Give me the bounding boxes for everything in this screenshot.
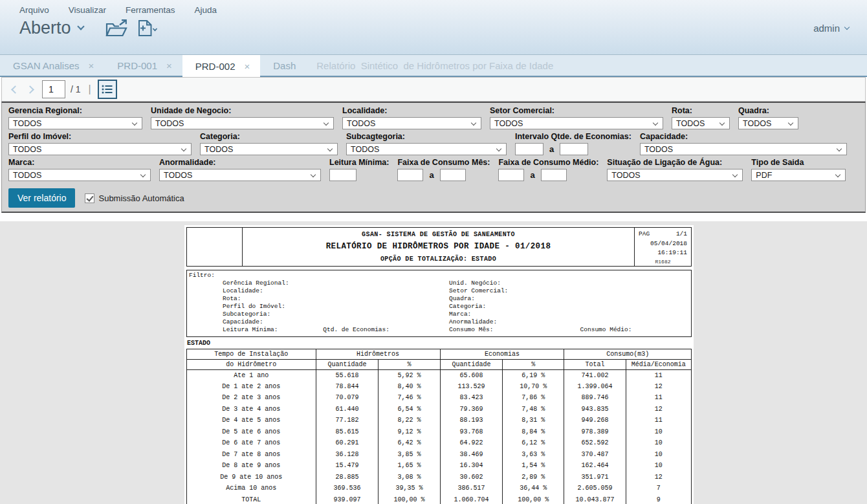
tab-close-icon[interactable]: × <box>89 61 94 71</box>
report-cell: 939.097 <box>316 494 379 504</box>
open-report-icon[interactable] <box>105 19 127 38</box>
report-filter-label: Quadra: <box>449 295 475 303</box>
report-table-row: TOTAL939.097100,00 %1.060.704100,00 %10.… <box>187 494 692 504</box>
tab-gsan-analises[interactable]: GSAN Analises× <box>0 55 104 76</box>
input-leitura-minima[interactable] <box>329 169 357 181</box>
report-cell: 30.602 <box>440 472 503 483</box>
report-cell: 5,92 % <box>379 369 440 381</box>
report-page: GSAN- SISTEMA DE GESTÃO DE SANEAMENTO RE… <box>184 225 694 504</box>
next-page-icon[interactable] <box>26 85 34 94</box>
report-cell: 11 <box>626 392 691 404</box>
report-cell: 85.615 <box>316 426 379 438</box>
open-menu-button[interactable]: Aberto <box>19 18 83 38</box>
select-localidade[interactable]: TODOS <box>342 117 481 129</box>
new-report-icon[interactable] <box>138 19 158 37</box>
report-code: R1682 <box>637 259 688 265</box>
menu-item-ajuda[interactable]: Ajuda <box>195 5 217 15</box>
report-cell: 36,44 % <box>503 483 564 494</box>
report-filter-label: Capacidade: <box>223 318 263 326</box>
previous-page-icon[interactable] <box>11 85 19 94</box>
report-cell: 12 <box>626 404 691 415</box>
user-menu[interactable]: admin <box>813 23 849 34</box>
field-label: Categoria: <box>200 132 338 141</box>
filter-field-marca: Marca:TODOS <box>8 158 151 181</box>
select-unidade-de-negocio[interactable]: TODOS <box>151 117 334 129</box>
report-filter-line: Capacidade:Anormalidade: <box>187 318 691 326</box>
filter-field-leitura-minima: Leitura Mínima: <box>329 158 389 181</box>
pager-separator: | <box>89 83 91 95</box>
select-categoria[interactable]: TODOS <box>200 143 338 155</box>
tab-close-icon[interactable]: × <box>166 61 172 71</box>
select-quadra[interactable]: TODOS <box>738 117 798 129</box>
report-time: 16:19:11 <box>637 249 688 256</box>
report-table-header-row: do HidrômetroQuantidade%Quantidade%Total… <box>187 359 692 369</box>
select-marca[interactable]: TODOS <box>8 169 151 181</box>
tab-prd-001[interactable]: PRD-001× <box>104 55 182 76</box>
select-subcagtegoria[interactable]: TODOS <box>346 143 507 155</box>
filter-field-intervalo-qtde-de-economias: Intervalo Qtde. de Economias:a <box>515 132 631 155</box>
report-list-button[interactable] <box>98 80 117 99</box>
report-cell: 8,31 % <box>503 415 564 426</box>
report-table-row: De 8 ate 9 anos15.4791,65 %16.3041,54 %1… <box>187 460 692 472</box>
report-filter-box: Filtro: Gerência Regional:Unid. Negócio:… <box>186 270 692 337</box>
input-faixa-de-consumo-mes-to[interactable] <box>440 169 466 181</box>
report-filter-line: Localidade:Setor Comercial: <box>187 287 691 295</box>
report-cell: 10 <box>626 449 691 461</box>
report-table-row: Ate 1 ano55.6185,92 %65.6086,19 %741.002… <box>187 369 692 381</box>
report-meta-block: PAG 1/1 05/04/2018 16:19:11 R1682 <box>634 228 691 266</box>
filter-panel: Gerencia Regional:TODOSUnidade de Negoci… <box>1 102 866 213</box>
select-situacao-de-ligacao-de-agua[interactable]: TODOS <box>607 169 743 181</box>
input-intervalo-qtde-de-economias-to[interactable] <box>560 143 588 155</box>
tab-label: Dash <box>273 60 296 71</box>
report-pag-value: 1/1 <box>676 230 687 237</box>
report-cell: 39,35 % <box>379 483 440 494</box>
field-label: Marca: <box>8 158 151 167</box>
chevron-down-icon <box>311 172 316 177</box>
report-table-row: De 7 ate 8 anos36.1283,85 %38.4693,63 %3… <box>187 449 692 461</box>
input-intervalo-qtde-de-economias-from[interactable] <box>515 143 543 155</box>
select-setor-comercial[interactable]: TODOS <box>490 117 663 129</box>
report-cell: 65.608 <box>440 369 503 381</box>
auto-submit-label[interactable]: Submissão Automática <box>98 193 184 203</box>
report-col-group: Tempo de Instalação <box>187 349 316 359</box>
report-filter-label: Rota: <box>223 295 241 303</box>
selected-value: PDF <box>756 171 772 180</box>
menu-item-visualizar[interactable]: Visualizar <box>69 5 106 15</box>
report-cell: Ate 1 ano <box>187 369 316 381</box>
select-capacidade[interactable]: TODOS <box>640 143 847 155</box>
select-tipo-de-saida[interactable]: PDF <box>751 169 846 181</box>
report-filter-label: Subcategoria: <box>223 311 270 318</box>
tab-dash[interactable]: Dash <box>260 55 306 76</box>
input-faixa-de-consumo-medio-from[interactable] <box>498 169 524 181</box>
input-faixa-de-consumo-mes-from[interactable] <box>397 169 423 181</box>
field-label: Faixa de Consumo Médio: <box>498 158 598 167</box>
select-perfil-do-imovel[interactable]: TODOS <box>8 143 192 155</box>
auto-submit-checkbox[interactable] <box>85 193 94 203</box>
tab-label: GSAN Analises <box>13 60 80 71</box>
select-rota[interactable]: TODOS <box>672 117 730 129</box>
report-cell: 943.835 <box>564 404 626 415</box>
report-cell: 6,19 % <box>503 369 564 381</box>
menu-item-ferramentas[interactable]: Ferramentas <box>126 5 175 15</box>
report-cell: 61.440 <box>316 404 379 415</box>
tab-close-icon[interactable]: × <box>244 61 250 71</box>
menu-item-arquivo[interactable]: Arquivo <box>19 5 49 15</box>
page-input[interactable] <box>42 80 65 98</box>
view-report-button[interactable]: Ver relatório <box>8 188 75 208</box>
report-table-body: Ate 1 ano55.6185,92 %65.6086,19 %741.002… <box>187 369 692 504</box>
report-filter-grid: Gerência Regional:Unid. Negócio:Localida… <box>187 279 691 334</box>
report-filter-label: Categoria: <box>449 303 486 311</box>
report-table-row: De 2 ate 3 anos70.0797,46 %83.4237,86 %8… <box>187 392 692 404</box>
tab-prd-002[interactable]: PRD-002× <box>182 55 260 77</box>
report-cell: 113.529 <box>440 381 503 393</box>
field-label: Leitura Mínima: <box>329 158 389 167</box>
input-faixa-de-consumo-medio-to[interactable] <box>541 169 567 181</box>
report-cell: 3,63 % <box>503 449 564 461</box>
selected-value: TODOS <box>155 119 184 128</box>
select-anormalidade[interactable]: TODOS <box>159 169 321 181</box>
select-gerencia-regional[interactable]: TODOS <box>8 117 142 129</box>
field-label: Situação de Ligação de Água: <box>607 158 743 167</box>
filter-field-anormalidade: Anormalidade:TODOS <box>159 158 321 181</box>
report-cell: De 3 ate 4 anos <box>187 404 316 415</box>
user-name-label: admin <box>813 23 840 34</box>
